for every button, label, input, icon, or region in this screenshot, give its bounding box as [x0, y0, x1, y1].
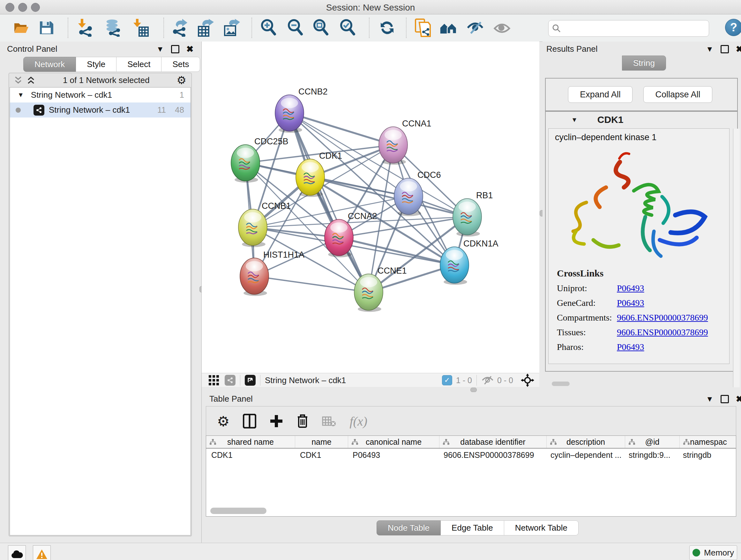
column-header-description[interactable]: description [547, 436, 625, 448]
column-header-database-identifier[interactable]: database identifier [440, 436, 547, 448]
collapse-all-networks-icon[interactable] [13, 75, 23, 85]
cloud-status-button[interactable] [8, 545, 26, 560]
results-hscroll-thumb[interactable] [552, 381, 569, 386]
network-edge-CCNB2-CCNA1[interactable] [289, 113, 393, 145]
collapse-all-button[interactable]: Collapse All [643, 86, 712, 103]
tab-sets[interactable]: Sets [161, 57, 200, 72]
export-table-icon[interactable] [197, 19, 214, 37]
clone-network-icon[interactable] [414, 19, 431, 37]
tab-node-table[interactable]: Node Table [377, 520, 441, 536]
hide-selected-icon[interactable] [467, 19, 484, 37]
expand-all-button[interactable]: Expand All [568, 86, 632, 103]
function-builder-icon[interactable]: f(x) [349, 414, 367, 429]
column-header-canonical-name[interactable]: canonical name [348, 436, 440, 448]
table-row[interactable]: CDK1CDK1P064939606.ENSP00000378699cyclin… [206, 449, 736, 461]
import-table-file-icon[interactable] [132, 19, 149, 37]
birdseye-view-icon[interactable] [245, 375, 256, 386]
search-box[interactable] [548, 20, 709, 37]
network-node-CCNA1[interactable] [379, 127, 408, 165]
delete-column-icon[interactable] [296, 414, 309, 428]
table-panel-close-icon[interactable]: ✖ [736, 394, 741, 404]
tab-style[interactable]: Style [76, 57, 117, 72]
column-header-name[interactable]: name [295, 436, 348, 448]
memory-button[interactable]: Memory [689, 545, 737, 560]
network-edge-CCNB2-CCNE1[interactable] [289, 113, 368, 292]
network-edge-HIST1H1A-CCNE1[interactable] [254, 276, 368, 292]
add-column-icon[interactable] [270, 415, 283, 428]
results-panel-float-icon[interactable] [721, 45, 729, 53]
grid-view-icon[interactable] [208, 374, 219, 386]
table-panel-menu-icon[interactable]: ▼ [706, 395, 714, 403]
table-cell[interactable]: stringdb:9... [623, 450, 678, 460]
network-node-CDKN1A[interactable] [440, 247, 469, 285]
zoom-selected-icon[interactable] [339, 19, 356, 37]
tab-network-table[interactable]: Network Table [504, 520, 579, 536]
crosslink-link[interactable]: P06493 [617, 283, 644, 294]
show-all-networks-icon[interactable] [440, 19, 457, 37]
help-button[interactable]: ? [725, 19, 741, 36]
pan-crosshair-icon[interactable] [521, 374, 534, 387]
network-row[interactable]: String Network – cdk1 11 48 [10, 103, 191, 118]
zoom-in-icon[interactable] [260, 19, 277, 37]
network-node-HIST1H1A[interactable] [240, 258, 269, 296]
network-view-type-icon[interactable] [225, 375, 235, 386]
expand-all-networks-icon[interactable] [26, 75, 36, 85]
table-cell[interactable]: cyclin–dependent ... [545, 450, 623, 460]
protein-expander-icon[interactable]: ▼ [571, 116, 578, 124]
table-hscrollbar[interactable] [206, 506, 736, 515]
network-options-gear-icon[interactable]: ⚙ [177, 74, 186, 86]
table-cell[interactable]: CDK1 [295, 450, 347, 460]
results-panel-close-icon[interactable]: ✖ [736, 44, 741, 54]
results-panel-menu-icon[interactable]: ▼ [706, 45, 714, 54]
network-canvas[interactable]: CCNB2CCNA1CDC25BCDK1CDC6RB1CCNB1CCNA2CDK… [202, 42, 539, 373]
import-network-file-icon[interactable] [77, 19, 94, 37]
crosslink-link[interactable]: P06493 [617, 298, 644, 308]
show-columns-icon[interactable] [243, 414, 256, 428]
tab-edge-table[interactable]: Edge Table [441, 520, 504, 536]
column-header-namespac[interactable]: namespac [680, 436, 736, 448]
table-cell[interactable]: P06493 [347, 450, 439, 460]
import-network-database-icon[interactable] [104, 19, 121, 37]
protein-header[interactable]: ▼ CDK1 [546, 112, 737, 128]
table-cell[interactable]: CDK1 [206, 450, 295, 460]
network-graph[interactable]: CCNB2CCNA1CDC25BCDK1CDC6RB1CCNB1CCNA2CDK… [202, 42, 539, 373]
control-panel-menu-icon[interactable]: ▼ [156, 45, 164, 54]
control-panel-close-icon[interactable]: ✖ [186, 44, 194, 54]
network-node-RB1[interactable] [453, 199, 482, 237]
zoom-out-icon[interactable] [286, 19, 304, 37]
column-header--id[interactable]: @id [625, 436, 680, 448]
table-options-gear-icon[interactable]: ⚙ [217, 413, 229, 429]
search-input[interactable] [564, 21, 709, 36]
tab-select[interactable]: Select [117, 57, 161, 72]
zoom-fit-icon[interactable] [312, 19, 329, 37]
column-header-shared-name[interactable]: shared name [206, 436, 295, 448]
table-hscroll-thumb[interactable] [210, 508, 266, 514]
tab-network[interactable]: Network [23, 57, 76, 72]
open-session-icon[interactable] [13, 19, 30, 37]
collection-expander-icon[interactable]: ▼ [17, 91, 24, 99]
selected-nodes-checkbox[interactable]: ✓ [442, 375, 452, 385]
show-hidden-icon[interactable] [493, 19, 511, 37]
results-vscroll-track[interactable] [733, 129, 740, 387]
network-node-CCNB1[interactable] [239, 209, 267, 247]
network-node-CCNB2[interactable] [275, 95, 304, 133]
table-panel-float-icon[interactable] [721, 395, 729, 403]
network-node-CCNE1[interactable] [354, 274, 383, 312]
node-table[interactable]: shared namenamecanonical namedatabase id… [206, 435, 736, 516]
export-network-icon[interactable] [171, 19, 188, 37]
network-edge-CCNA2-CDKN1A[interactable] [339, 238, 455, 265]
table-cell[interactable]: 9606.ENSP00000378699 [439, 450, 545, 460]
crosslink-link[interactable]: 9606.ENSP00000378699 [617, 327, 708, 337]
save-session-icon[interactable] [38, 19, 55, 37]
delete-table-icon[interactable] [322, 416, 336, 427]
tab-string[interactable]: String [622, 56, 666, 71]
network-node-CDC25B[interactable] [231, 145, 260, 183]
warnings-button[interactable] [33, 545, 51, 560]
network-collection-row[interactable]: ▼ String Network – cdk1 1 [10, 87, 191, 103]
crosslink-link[interactable]: P06493 [617, 342, 644, 352]
horizontal-splitter-handle[interactable] [470, 388, 477, 392]
crosslink-link[interactable]: 9606.ENSP00000378699 [617, 313, 708, 323]
control-panel-float-icon[interactable] [171, 45, 179, 53]
table-cell[interactable]: stringdb [678, 450, 735, 460]
export-image-icon[interactable] [223, 19, 241, 37]
